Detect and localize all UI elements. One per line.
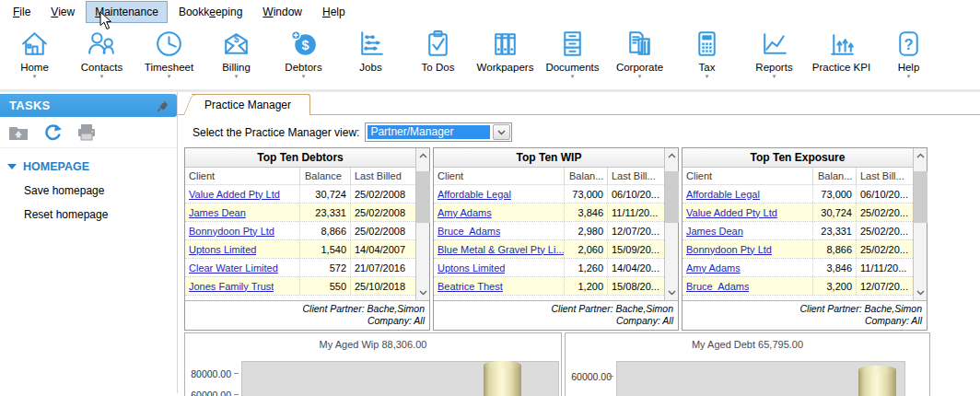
client-link[interactable]: Bruce Adams [686,281,749,292]
chart-title: My Aged Wip 88,306.00 [185,339,561,350]
table-header-row: Client Balance Last Billed [185,168,415,185]
scroll-up-arrow[interactable] [416,148,430,163]
table-title: Top Ten Exposure [682,148,913,168]
refresh-icon[interactable] [42,123,63,142]
client-link[interactable]: James Dean [189,207,246,218]
table-filter-footer: Client Partner: Bache,Simon Company: All [682,300,927,330]
chevron-down-icon: ▾ [773,74,776,79]
toolbar-help-button[interactable]: ? Help ▾ [875,24,942,89]
table-row: Blue Metal & Gravel Pty Li... 2,060 15/0… [434,240,664,259]
column-header-client[interactable]: Client [434,168,565,184]
help-question-icon: ? [892,27,926,61]
column-header-client[interactable]: Client [185,168,300,184]
todos-clipboard-icon [421,27,455,61]
sidebar-item-reset-homepage[interactable]: Reset homepage [0,208,177,221]
client-link[interactable]: Value Added Pty Ltd [686,207,777,218]
client-link[interactable]: Blue Metal & Gravel Pty Li... [438,244,564,255]
main-area: Practice Manager Select the Practice Man… [178,92,980,393]
column-header-balance[interactable]: Balan... [565,168,608,184]
y-axis-tick-label: 60000.00 [187,390,231,396]
table-row: Amy Adams 3,846 11/11/20... [434,204,664,222]
tab-practice-manager[interactable]: Practice Manager [192,94,310,115]
toolbar-todos-button[interactable]: To Dos [404,24,472,89]
client-link[interactable]: Amy Adams [686,262,741,274]
sidebar-item-save-homepage[interactable]: Save homepage [0,184,177,197]
scroll-up-arrow[interactable] [914,148,928,163]
menu-help[interactable]: Help [313,1,355,23]
toolbar-workpapers-button[interactable]: Workpapers [472,24,539,89]
toolbar-corporate-button[interactable]: Corporate ▾ [606,24,673,89]
client-link[interactable]: Uptons Limited [189,244,256,255]
sidebar-section-homepage[interactable]: HOMEPAGE [7,160,177,173]
client-link[interactable]: Clear Water Limited [189,262,278,274]
scrollbar-thumb[interactable] [914,171,928,223]
client-link[interactable]: Beatrice Thest [438,281,503,292]
combo-dropdown-button[interactable] [493,124,510,140]
svg-text:$: $ [302,38,309,52]
scrollbar-thumb[interactable] [416,171,430,223]
open-folder-icon[interactable] [8,123,29,142]
column-header-last-billed[interactable]: Last Bill... [857,170,913,181]
client-link[interactable]: Bonnydoon Pty Ltd [189,226,274,237]
menu-window[interactable]: Window [253,1,311,23]
client-link[interactable]: Bonnydoon Pty Ltd [686,244,772,255]
column-header-balance[interactable]: Balan... [813,168,857,184]
menu-bar: File View Maintenance Bookkeeping Window… [0,0,980,24]
client-link[interactable]: Amy Adams [438,207,492,218]
vertical-scrollbar[interactable] [415,148,429,300]
toolbar-jobs-button[interactable]: Jobs [337,24,404,89]
column-header-client[interactable]: Client [682,168,813,184]
scroll-down-arrow[interactable] [914,285,928,300]
toolbar-documents-button[interactable]: Documents ▾ [539,24,606,89]
menu-bookkeeping[interactable]: Bookkeeping [169,1,251,23]
menu-maintenance[interactable]: Maintenance [86,1,168,23]
column-header-balance[interactable]: Balance [300,168,351,184]
toolbar-home-button[interactable]: Home ▾ [1,24,68,89]
practice-manager-view-select[interactable]: Partner/Manager [365,122,512,142]
client-link[interactable]: Affordable Legal [438,189,511,200]
scroll-down-arrow[interactable] [416,285,430,300]
chevron-down-icon: ▾ [638,74,642,79]
top-ten-debtors-table: Top Ten Debtors Client Balance Last Bill… [184,147,430,331]
tasks-sidebar: TASKS HOMEPAGE [0,92,178,393]
y-axis-tick-label: 80000.00 [187,368,231,379]
reports-linechart-icon [757,27,791,61]
menu-file[interactable]: File [4,1,40,23]
toolbar-practice-kpi-button[interactable]: Practice KPI [808,24,875,89]
top-ten-exposure-table: Top Ten Exposure Client Balan... Last Bi… [682,147,928,331]
toolbar-billing-button[interactable]: $ Billing ▾ [203,24,270,89]
table-row: Uptons Limited 1,260 14/04/20... [434,259,664,277]
table-row: Bruce Adams 2,980 12/07/20... [434,222,664,240]
toolbar-contacts-button[interactable]: Contacts ▾ [68,24,135,89]
table-filter-footer: Client Partner: Bache,Simon Company: All [185,300,429,330]
client-link[interactable]: Jones Family Trust [189,281,274,292]
table-row: James Dean 23,331 25/02/2008 [185,204,415,222]
chevron-down-icon [497,130,506,135]
client-link[interactable]: Uptons Limited [438,262,505,274]
toolbar-reports-button[interactable]: Reports ▾ [741,24,808,89]
vertical-scrollbar[interactable] [913,148,927,300]
menu-view[interactable]: View [41,1,84,23]
wip-bar [484,365,521,396]
collapse-triangle-icon [7,164,17,169]
table-row: Affordable Legal 73,000 06/10/20... [682,185,913,204]
scroll-up-arrow[interactable] [665,148,679,163]
table-title: Top Ten Debtors [185,148,415,168]
aged-debt-chart: My Aged Debt 65,795.00 60000.00 [565,332,930,396]
client-link[interactable]: Bruce Adams [438,226,500,237]
client-link[interactable]: Value Added Pty Ltd [189,189,280,200]
chevron-down-icon: ▾ [706,74,709,79]
print-icon[interactable] [76,123,97,142]
column-header-last-billed[interactable]: Last Bill... [608,170,664,181]
client-link[interactable]: James Dean [686,226,743,237]
column-header-last-billed[interactable]: Last Billed [351,170,415,181]
toolbar-timesheet-button[interactable]: Timesheet ▾ [135,24,203,89]
scroll-down-arrow[interactable] [665,285,679,300]
vertical-scrollbar[interactable] [664,148,678,300]
client-link[interactable]: Affordable Legal [686,189,760,200]
toolbar-debtors-button[interactable]: $ Debtors ▾ [270,24,337,89]
toolbar-tax-button[interactable]: Tax ▾ [673,24,741,89]
scrollbar-thumb[interactable] [665,171,679,223]
pin-icon[interactable] [157,99,169,112]
svg-text:?: ? [904,36,913,52]
